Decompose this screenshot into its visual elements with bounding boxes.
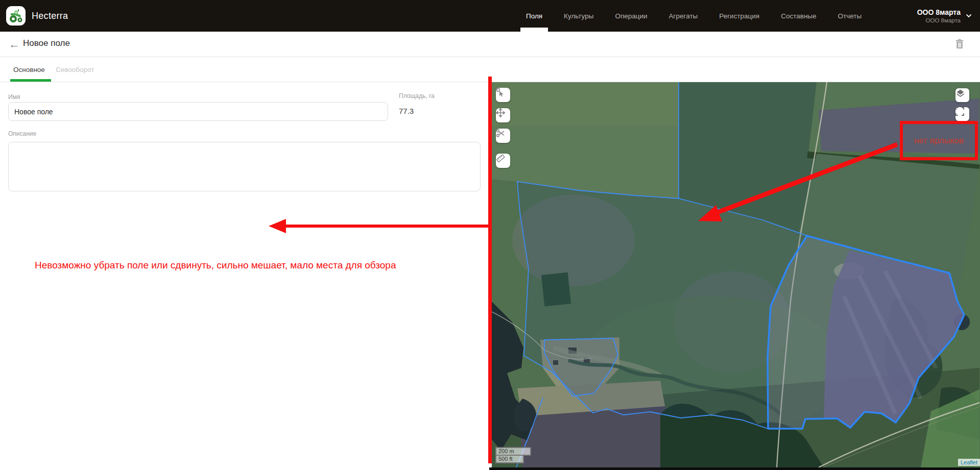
app-logo[interactable]: [6, 6, 26, 26]
nav-item-reports[interactable]: Отчеты: [838, 0, 862, 32]
delete-field-button[interactable]: [954, 38, 967, 51]
map-scale-control: 200 m 500 ft: [495, 447, 531, 463]
measure-icon: [496, 154, 505, 163]
fullscreen-icon: [955, 107, 964, 116]
annotation-text-main: Невозможно убрать поле или сдвинуть, сил…: [35, 260, 459, 271]
fullscreen-control-button[interactable]: [955, 107, 969, 121]
field-name-input[interactable]: [8, 102, 388, 121]
area-value: 77.3: [399, 107, 414, 115]
layers-icon: [955, 88, 965, 98]
description-label: Описание: [8, 130, 36, 137]
tab-crop-rotation[interactable]: Севооборот: [56, 57, 94, 82]
nav-item-operations[interactable]: Операции: [615, 0, 647, 32]
measure-tool-button[interactable]: [496, 154, 510, 168]
scale-imperial: 500 ft: [495, 455, 524, 463]
app-title: Hecterra: [32, 0, 68, 32]
nav-item-cultures[interactable]: Культуры: [564, 0, 593, 32]
nav-item-units[interactable]: Агрегаты: [669, 0, 698, 32]
nav-item-registration[interactable]: Регистрация: [719, 0, 759, 32]
cut-tool-button[interactable]: [496, 129, 510, 143]
select-vertex-tool-button[interactable]: [496, 88, 510, 102]
map-attribution: Leaflet: [958, 459, 980, 466]
area-label: Площадь, га: [399, 92, 435, 100]
main-menu: Поля Культуры Операции Агрегаты Регистра…: [526, 0, 862, 32]
select-vertex-icon: [496, 88, 505, 97]
tab-bar: Основное Севооборот: [0, 57, 980, 82]
page-header: ← Новое поле: [0, 32, 980, 57]
name-label: Имя: [8, 93, 20, 101]
annotation-red-box: нет ярлыков: [900, 121, 978, 160]
tab-main[interactable]: Основное: [13, 57, 45, 82]
field-description-input[interactable]: [8, 142, 481, 191]
move-icon: [496, 108, 505, 117]
annotation-vertical-line: [488, 77, 492, 463]
layers-control-button[interactable]: [955, 88, 969, 102]
account-subname: ООО 8марта: [917, 17, 961, 24]
active-tab-indicator: [10, 79, 51, 82]
map-bottom-edge: [489, 467, 980, 470]
trash-icon: [954, 38, 965, 50]
annotation-text-no-labels: нет ярлыков: [914, 136, 964, 146]
tractor-icon: [8, 8, 23, 23]
move-tool-button[interactable]: [496, 108, 510, 122]
account-name: ООО 8марта: [917, 8, 961, 17]
top-navbar: Hecterra Поля Культуры Операции Агрегаты…: [0, 0, 980, 32]
cut-icon: [496, 129, 505, 138]
leaflet-link[interactable]: Leaflet: [961, 459, 977, 465]
chevron-down-icon: [966, 14, 972, 18]
page-title: Новое поле: [23, 38, 70, 48]
nav-item-composite[interactable]: Составные: [781, 0, 816, 32]
account-menu[interactable]: ООО 8марта ООО 8марта: [917, 0, 972, 32]
back-arrow-icon[interactable]: ←: [7, 37, 21, 52]
nav-item-fields[interactable]: Поля: [526, 0, 542, 32]
